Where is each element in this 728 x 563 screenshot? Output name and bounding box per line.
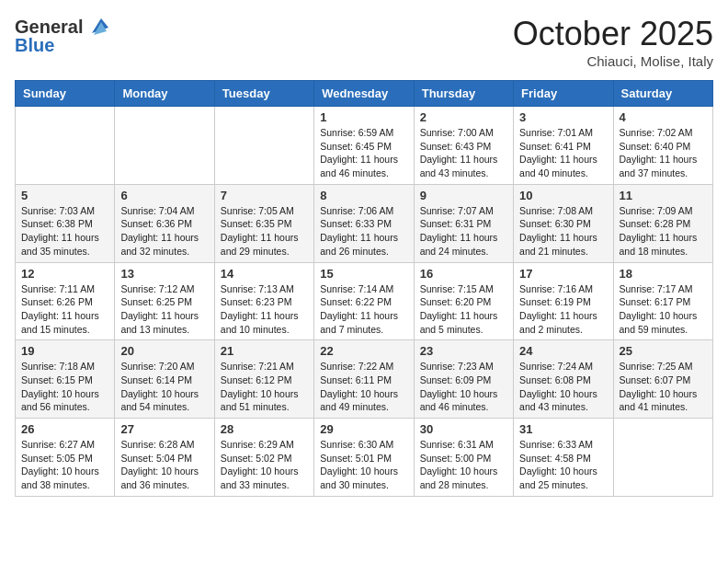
day-info: Sunrise: 7:00 AMSunset: 6:43 PMDaylight:… — [420, 126, 507, 180]
calendar-cell: 17Sunrise: 7:16 AMSunset: 6:19 PMDayligh… — [514, 262, 613, 340]
day-number: 29 — [320, 422, 407, 436]
calendar-week-row: 19Sunrise: 7:18 AMSunset: 6:15 PMDayligh… — [16, 340, 713, 419]
calendar-cell: 13Sunrise: 7:12 AMSunset: 6:25 PMDayligh… — [115, 262, 214, 340]
day-info: Sunrise: 6:30 AMSunset: 5:01 PMDaylight:… — [320, 438, 407, 492]
day-info: Sunrise: 7:05 AMSunset: 6:35 PMDaylight:… — [221, 204, 308, 259]
day-number: 24 — [519, 344, 607, 358]
day-info: Sunrise: 7:04 AMSunset: 6:36 PMDaylight:… — [120, 204, 208, 259]
day-number: 9 — [420, 189, 507, 202]
day-number: 30 — [420, 422, 507, 436]
day-number: 11 — [620, 189, 707, 202]
col-header-thursday: Thursday — [414, 81, 513, 107]
calendar-cell — [613, 419, 712, 497]
day-number: 10 — [519, 189, 607, 202]
calendar-cell: 26Sunrise: 6:27 AMSunset: 5:05 PMDayligh… — [16, 419, 115, 497]
calendar-cell: 10Sunrise: 7:08 AMSunset: 6:30 PMDayligh… — [514, 184, 613, 262]
day-number: 7 — [221, 189, 308, 202]
day-number: 17 — [519, 267, 607, 281]
col-header-tuesday: Tuesday — [214, 81, 313, 107]
calendar-cell: 16Sunrise: 7:15 AMSunset: 6:20 PMDayligh… — [414, 262, 513, 340]
day-info: Sunrise: 7:17 AMSunset: 6:17 PMDaylight:… — [620, 282, 707, 337]
calendar-cell: 30Sunrise: 6:31 AMSunset: 5:00 PMDayligh… — [414, 419, 513, 497]
day-info: Sunrise: 7:02 AMSunset: 6:40 PMDaylight:… — [620, 126, 707, 180]
day-info: Sunrise: 7:13 AMSunset: 6:23 PMDaylight:… — [221, 282, 308, 337]
day-number: 13 — [120, 267, 208, 281]
day-info: Sunrise: 7:09 AMSunset: 6:28 PMDaylight:… — [620, 204, 707, 259]
calendar-cell: 4Sunrise: 7:02 AMSunset: 6:40 PMDaylight… — [613, 107, 712, 185]
day-number: 15 — [320, 267, 407, 281]
calendar-cell: 14Sunrise: 7:13 AMSunset: 6:23 PMDayligh… — [214, 262, 313, 340]
day-number: 6 — [120, 189, 208, 202]
day-info: Sunrise: 6:33 AMSunset: 4:58 PMDaylight:… — [519, 438, 607, 492]
day-number: 4 — [620, 110, 707, 124]
day-number: 16 — [420, 267, 507, 281]
calendar-cell — [214, 107, 313, 185]
calendar-cell: 2Sunrise: 7:00 AMSunset: 6:43 PMDaylight… — [414, 107, 513, 185]
logo-text: General Blue — [15, 15, 110, 56]
calendar-cell: 27Sunrise: 6:28 AMSunset: 5:04 PMDayligh… — [115, 419, 214, 497]
day-info: Sunrise: 6:27 AMSunset: 5:05 PMDaylight:… — [21, 438, 108, 492]
calendar-cell: 15Sunrise: 7:14 AMSunset: 6:22 PMDayligh… — [314, 262, 414, 340]
calendar-cell: 23Sunrise: 7:23 AMSunset: 6:09 PMDayligh… — [414, 340, 513, 419]
day-info: Sunrise: 6:31 AMSunset: 5:00 PMDaylight:… — [420, 438, 507, 492]
col-header-wednesday: Wednesday — [314, 81, 414, 107]
day-info: Sunrise: 6:28 AMSunset: 5:04 PMDaylight:… — [120, 438, 208, 492]
day-number: 14 — [221, 267, 308, 281]
calendar-cell: 8Sunrise: 7:06 AMSunset: 6:33 PMDaylight… — [314, 184, 414, 262]
month-title: October 2025 — [513, 15, 713, 53]
day-info: Sunrise: 7:16 AMSunset: 6:19 PMDaylight:… — [519, 282, 607, 337]
day-number: 20 — [120, 344, 208, 358]
calendar-cell: 1Sunrise: 6:59 AMSunset: 6:45 PMDaylight… — [314, 107, 414, 185]
day-info: Sunrise: 7:06 AMSunset: 6:33 PMDaylight:… — [320, 204, 407, 259]
day-info: Sunrise: 7:07 AMSunset: 6:31 PMDaylight:… — [420, 204, 507, 259]
calendar-cell: 24Sunrise: 7:24 AMSunset: 6:08 PMDayligh… — [514, 340, 613, 419]
day-number: 2 — [420, 110, 507, 124]
calendar-cell: 5Sunrise: 7:03 AMSunset: 6:38 PMDaylight… — [16, 184, 115, 262]
day-info: Sunrise: 7:12 AMSunset: 6:25 PMDaylight:… — [120, 282, 208, 337]
calendar-week-row: 12Sunrise: 7:11 AMSunset: 6:26 PMDayligh… — [16, 262, 713, 340]
col-header-sunday: Sunday — [16, 81, 115, 107]
day-info: Sunrise: 6:29 AMSunset: 5:02 PMDaylight:… — [221, 438, 308, 492]
calendar-cell: 7Sunrise: 7:05 AMSunset: 6:35 PMDaylight… — [214, 184, 313, 262]
calendar-cell: 29Sunrise: 6:30 AMSunset: 5:01 PMDayligh… — [314, 419, 414, 497]
location: Chiauci, Molise, Italy — [513, 53, 713, 69]
logo: General Blue — [15, 15, 110, 56]
logo-icon — [85, 15, 108, 39]
calendar-cell: 21Sunrise: 7:21 AMSunset: 6:12 PMDayligh… — [214, 340, 313, 419]
calendar-cell: 18Sunrise: 7:17 AMSunset: 6:17 PMDayligh… — [613, 262, 712, 340]
day-number: 26 — [21, 422, 108, 436]
calendar-week-row: 1Sunrise: 6:59 AMSunset: 6:45 PMDaylight… — [16, 107, 713, 185]
day-number: 21 — [221, 344, 308, 358]
col-header-saturday: Saturday — [613, 81, 712, 107]
day-info: Sunrise: 6:59 AMSunset: 6:45 PMDaylight:… — [320, 126, 407, 180]
calendar-cell: 31Sunrise: 6:33 AMSunset: 4:58 PMDayligh… — [514, 419, 613, 497]
calendar-week-row: 5Sunrise: 7:03 AMSunset: 6:38 PMDaylight… — [16, 184, 713, 262]
calendar-cell: 6Sunrise: 7:04 AMSunset: 6:36 PMDaylight… — [115, 184, 214, 262]
day-number: 12 — [21, 267, 108, 281]
calendar-cell: 12Sunrise: 7:11 AMSunset: 6:26 PMDayligh… — [16, 262, 115, 340]
day-number: 22 — [320, 344, 407, 358]
day-number: 25 — [620, 344, 707, 358]
day-info: Sunrise: 7:14 AMSunset: 6:22 PMDaylight:… — [320, 282, 407, 337]
calendar-cell: 22Sunrise: 7:22 AMSunset: 6:11 PMDayligh… — [314, 340, 414, 419]
day-number: 18 — [620, 267, 707, 281]
day-number: 8 — [320, 189, 407, 202]
calendar-cell: 25Sunrise: 7:25 AMSunset: 6:07 PMDayligh… — [613, 340, 712, 419]
calendar-cell: 19Sunrise: 7:18 AMSunset: 6:15 PMDayligh… — [16, 340, 115, 419]
day-number: 23 — [420, 344, 507, 358]
day-info: Sunrise: 7:03 AMSunset: 6:38 PMDaylight:… — [21, 204, 108, 259]
day-info: Sunrise: 7:11 AMSunset: 6:26 PMDaylight:… — [21, 282, 108, 337]
day-info: Sunrise: 7:21 AMSunset: 6:12 PMDaylight:… — [221, 360, 308, 414]
day-number: 5 — [21, 189, 108, 202]
page-header: General Blue October 2025 Chiauci, Molis… — [15, 15, 713, 69]
calendar-cell: 20Sunrise: 7:20 AMSunset: 6:14 PMDayligh… — [115, 340, 214, 419]
day-info: Sunrise: 7:22 AMSunset: 6:11 PMDaylight:… — [320, 360, 407, 414]
day-info: Sunrise: 7:23 AMSunset: 6:09 PMDaylight:… — [420, 360, 507, 414]
day-info: Sunrise: 7:20 AMSunset: 6:14 PMDaylight:… — [120, 360, 208, 414]
calendar-cell — [115, 107, 214, 185]
day-number: 31 — [519, 422, 607, 436]
day-number: 1 — [320, 110, 407, 124]
calendar-cell: 3Sunrise: 7:01 AMSunset: 6:41 PMDaylight… — [514, 107, 613, 185]
calendar-cell: 9Sunrise: 7:07 AMSunset: 6:31 PMDaylight… — [414, 184, 513, 262]
calendar-cell: 28Sunrise: 6:29 AMSunset: 5:02 PMDayligh… — [214, 419, 313, 497]
